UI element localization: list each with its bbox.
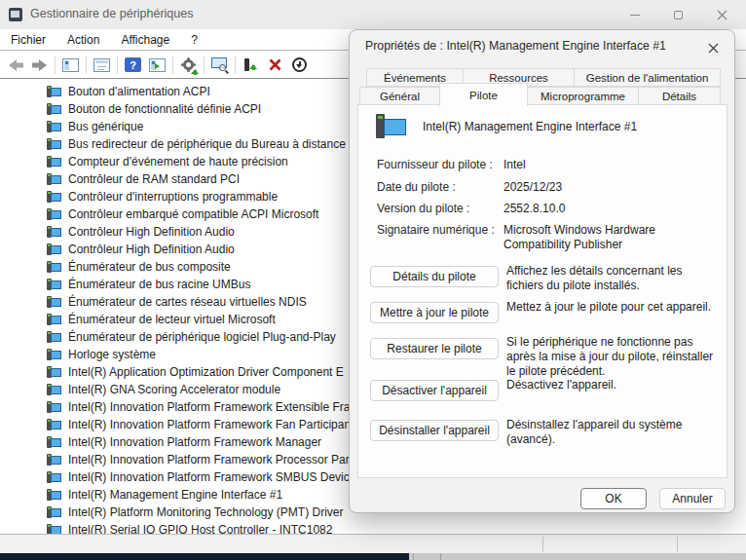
ok-button[interactable]: OK xyxy=(580,488,647,509)
back-button[interactable] xyxy=(3,54,27,77)
device-icon-large xyxy=(376,114,407,140)
device-icon xyxy=(47,208,61,221)
device-icon xyxy=(47,314,61,326)
tree-item-label: Énumérateur de bus composite xyxy=(68,260,231,274)
tree-item-label: Intel(R) Innovation Platform Framework M… xyxy=(68,435,321,449)
device-icon xyxy=(47,279,61,291)
roll-back-driver-description: Si le périphérique ne fonctionne pas apr… xyxy=(506,335,719,379)
status-bar-separator xyxy=(542,537,543,552)
forward-icon xyxy=(31,58,49,72)
properties-dialog: Propriétés de : Intel(R) Management Engi… xyxy=(349,29,735,513)
status-bar-separator xyxy=(677,537,678,552)
menu-fichier[interactable]: Fichier xyxy=(0,29,56,50)
help-button[interactable]: ? xyxy=(121,54,145,77)
tree-item-label: Bus générique xyxy=(68,120,143,133)
device-icon xyxy=(47,419,61,431)
forward-button[interactable] xyxy=(27,54,52,77)
tree-item-label: Intel(R) Innovation Platform Framework P… xyxy=(68,453,353,467)
menu-affichage[interactable]: Affichage xyxy=(110,29,180,50)
remove-button[interactable] xyxy=(263,54,287,77)
taskbar-edge xyxy=(0,553,409,560)
device-icon xyxy=(47,138,61,151)
disable-device-description: Désactivez l'appareil. xyxy=(506,378,719,392)
device-icon xyxy=(47,489,61,502)
update-driver-description: Mettez à jour le pilote pour cet apparei… xyxy=(506,300,719,315)
maximize-icon xyxy=(674,11,683,19)
roll-back-driver-button[interactable]: Restaurer le pilote xyxy=(370,338,499,359)
scan-hardware-changes-icon xyxy=(211,57,229,72)
menu-action[interactable]: Action xyxy=(56,29,110,50)
uninstall-device-description: Désinstallez l'appareil du système (avan… xyxy=(506,418,719,447)
field-value: 2552.8.10.0 xyxy=(504,202,716,216)
device-icon xyxy=(47,331,61,344)
close-button[interactable] xyxy=(700,0,743,29)
device-icon xyxy=(47,121,61,133)
tab-row-2: Général Pilote Microprogramme Détails xyxy=(359,87,721,105)
tree-item-label: Horloge système xyxy=(68,348,156,361)
minimize-button[interactable] xyxy=(614,0,656,29)
disable-device-icon xyxy=(292,57,307,72)
tree-item-label: Intel(R) GNA Scoring Accelerator module xyxy=(68,383,280,396)
status-bar xyxy=(0,534,746,553)
field-value: Microsoft Windows Hardware Compatibility… xyxy=(504,223,716,252)
tab-gestion-alimentation[interactable]: Gestion de l'alimentation xyxy=(574,68,721,87)
properties-button[interactable] xyxy=(90,54,114,77)
device-icon xyxy=(47,436,61,449)
tree-item[interactable]: Intel(R) Serial IO GPIO Host Controller … xyxy=(47,521,746,534)
show-action-pane-button[interactable] xyxy=(145,54,169,77)
maximize-button[interactable] xyxy=(656,0,699,29)
tab-microprogramme[interactable]: Microprogramme xyxy=(527,87,639,105)
close-icon xyxy=(708,43,719,54)
tree-item-label: Bouton de fonctionnalité définie ACPI xyxy=(68,102,261,116)
device-icon xyxy=(47,86,61,98)
field-value: Intel xyxy=(504,158,716,172)
field-value: 2025/12/23 xyxy=(504,180,716,195)
tree-item-label: Bouton d'alimentation ACPI xyxy=(68,85,210,98)
field-label: Signataire numérique : xyxy=(377,223,495,237)
field-label: Fournisseur du pilote : xyxy=(377,158,493,171)
device-icon xyxy=(47,471,61,484)
cancel-button[interactable]: Annuler xyxy=(659,488,726,509)
tree-item-label: Intel(R) Innovation Platform Framework F… xyxy=(68,418,351,431)
tree-item-label: Compteur d'événement de haute précision xyxy=(68,155,288,168)
dialog-title: Propriétés de : Intel(R) Management Engi… xyxy=(365,39,666,53)
device-icon xyxy=(47,156,61,168)
show-console-tree-button[interactable] xyxy=(58,54,83,77)
close-icon xyxy=(717,10,727,20)
band-separator xyxy=(413,553,414,560)
uninstall-device-button-dialog[interactable]: Désinstaller l'appareil xyxy=(370,420,499,441)
device-icon xyxy=(47,226,61,239)
scan-hardware-changes-button[interactable] xyxy=(207,54,232,77)
tree-item-label: Contrôleur High Definition Audio xyxy=(68,243,235,256)
device-icon xyxy=(47,401,61,414)
dialog-close-button[interactable] xyxy=(701,36,725,59)
toolbar-separator xyxy=(86,56,87,74)
tree-item-label: Contrôleur embarqué compatible ACPI Micr… xyxy=(68,207,318,221)
update-driver-button[interactable] xyxy=(176,54,201,77)
tree-item-label: Énumérateur de bus racine UMBus xyxy=(68,278,250,291)
tab-details[interactable]: Détails xyxy=(638,87,721,105)
device-icon xyxy=(47,261,61,274)
window-title: Gestionnaire de périphériques xyxy=(30,7,193,20)
tree-item-label: Intel(R) Innovation Platform Framework S… xyxy=(68,470,355,484)
disable-device-button[interactable] xyxy=(287,54,312,77)
toolbar-separator xyxy=(55,56,56,74)
update-driver-button-dialog[interactable]: Mettre à jour le pilote xyxy=(370,302,499,323)
tree-item-label: Intel(R) Management Engine Interface #1 xyxy=(68,488,282,502)
tree-item-label: Contrôleur High Definition Audio xyxy=(68,225,235,239)
driver-details-button[interactable]: Détails du pilote xyxy=(370,266,499,287)
show-action-pane-icon xyxy=(149,58,166,72)
band-separator xyxy=(440,553,441,560)
uninstall-device-icon xyxy=(243,57,259,72)
device-icon xyxy=(47,173,61,186)
menu-aide[interactable]: ? xyxy=(180,29,208,50)
disable-device-button-dialog[interactable]: Désactiver l'appareil xyxy=(370,380,499,401)
device-icon xyxy=(47,191,61,204)
uninstall-device-button[interactable] xyxy=(239,54,263,77)
tab-pilote[interactable]: Pilote xyxy=(439,83,528,106)
tree-item-label: Énumérateur de lecteur virtuel Microsoft xyxy=(68,313,276,326)
tree-item-label: Intel(R) Innovation Platform Framework E… xyxy=(68,400,350,414)
device-name: Intel(R) Management Engine Interface #1 xyxy=(423,120,637,133)
tab-general[interactable]: Général xyxy=(359,87,440,105)
tree-item-label: Énumérateur de cartes réseau virtuelles … xyxy=(68,295,307,309)
